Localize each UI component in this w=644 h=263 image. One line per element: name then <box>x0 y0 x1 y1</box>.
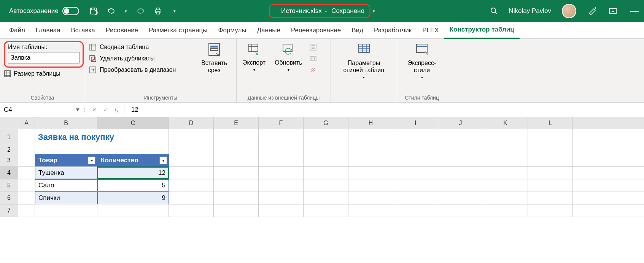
cancel-icon[interactable]: ✕ <box>92 107 97 113</box>
undo-dropdown-icon[interactable]: ▾ <box>125 9 127 14</box>
cell-H3[interactable] <box>348 154 393 166</box>
name-box-dropdown-icon[interactable]: ▾ <box>76 106 80 114</box>
col-I[interactable]: I <box>393 117 438 129</box>
cell-B5[interactable]: Сало <box>35 179 97 192</box>
cell-F5[interactable] <box>259 179 304 192</box>
open-browser-icon[interactable] <box>309 55 317 62</box>
tab-formulas[interactable]: Формулы <box>213 22 252 39</box>
col-A[interactable]: A <box>18 117 35 129</box>
resize-table-button[interactable]: Размер таблицы <box>4 70 60 78</box>
cell-H4[interactable] <box>348 167 393 179</box>
cell-L4[interactable] <box>528 167 573 179</box>
tab-home[interactable]: Главная <box>30 22 66 39</box>
cell-J5[interactable] <box>438 179 483 192</box>
row-header-5[interactable]: 5 <box>0 179 18 192</box>
clear-formatting-icon[interactable] <box>587 6 598 16</box>
cell-B6[interactable]: Спички <box>35 192 97 204</box>
cell-I3[interactable] <box>393 154 438 166</box>
cell-B4[interactable]: Тушенка <box>35 167 97 179</box>
undo-icon[interactable] <box>107 6 117 16</box>
cell-F4[interactable] <box>259 167 304 179</box>
cell-J4[interactable] <box>438 167 483 179</box>
remove-duplicates-button[interactable]: Удалить дубликаты <box>89 54 176 63</box>
cell-D3[interactable] <box>169 154 214 166</box>
cell-F3[interactable] <box>259 154 304 166</box>
cell-J1[interactable] <box>438 129 483 145</box>
filter-icon[interactable]: ▾ <box>88 157 95 164</box>
cell-E5[interactable] <box>214 179 259 192</box>
cell-A3[interactable] <box>18 154 35 166</box>
cell-A2[interactable] <box>18 145 35 154</box>
tab-insert[interactable]: Вставка <box>66 22 100 39</box>
style-options-button[interactable]: Параметрыстилей таблиц ▾ <box>341 41 387 79</box>
cell-G1[interactable] <box>304 129 348 145</box>
col-F[interactable]: F <box>259 117 304 129</box>
insert-slicer-button[interactable]: Вставитьсрез <box>199 41 229 74</box>
cell-G5[interactable] <box>304 179 348 192</box>
col-C[interactable]: C <box>97 117 169 129</box>
col-J[interactable]: J <box>438 117 483 129</box>
cell-F6[interactable] <box>259 192 304 204</box>
saved-dropdown-icon[interactable]: ▾ <box>373 9 375 14</box>
user-avatar[interactable] <box>562 4 576 18</box>
tab-layout[interactable]: Разметка страницы <box>143 22 213 39</box>
tab-plex[interactable]: PLEX <box>417 22 444 39</box>
cell-E7[interactable] <box>214 204 259 217</box>
row-header-1[interactable]: 1 <box>0 129 18 145</box>
quick-styles-dropdown-icon[interactable]: ▾ <box>421 75 423 79</box>
cell-D7[interactable] <box>169 204 214 217</box>
cell-D4[interactable] <box>169 167 214 179</box>
cell-L1[interactable] <box>528 129 573 145</box>
cell-F1[interactable] <box>259 129 304 145</box>
row-header-4[interactable]: 4 <box>0 167 18 179</box>
col-G[interactable]: G <box>304 117 348 129</box>
cell-A6[interactable] <box>18 192 35 204</box>
refresh-dropdown-icon[interactable]: ▾ <box>288 68 289 72</box>
cell-D1[interactable] <box>169 129 214 145</box>
cell-K5[interactable] <box>483 179 528 192</box>
row-header-3[interactable]: 3 <box>0 154 18 166</box>
cell-I2[interactable] <box>393 145 438 154</box>
cell-E1[interactable] <box>214 129 259 145</box>
cell-E4[interactable] <box>214 167 259 179</box>
tab-file[interactable]: Файл <box>4 22 30 39</box>
cell-I6[interactable] <box>393 192 438 204</box>
cell-J3[interactable] <box>438 154 483 166</box>
cell-I5[interactable] <box>393 179 438 192</box>
search-icon[interactable] <box>490 7 498 15</box>
row-header-7[interactable]: 7 <box>0 204 18 217</box>
tab-data[interactable]: Данные <box>252 22 286 39</box>
autosave-toggle[interactable] <box>62 7 79 15</box>
table-header-name[interactable]: Товар ▾ <box>35 154 97 166</box>
cell-K3[interactable] <box>483 154 528 166</box>
tablename-input[interactable] <box>8 52 80 63</box>
cell-H7[interactable] <box>348 204 393 217</box>
qat-customize-icon[interactable]: ▾ <box>173 9 176 14</box>
tab-table-design[interactable]: Конструктор таблиц <box>444 22 520 39</box>
cell-B1[interactable]: Заявка на покупку <box>35 129 169 145</box>
formula-input[interactable]: 12 <box>124 106 644 114</box>
cell-A7[interactable] <box>18 204 35 217</box>
cell-I4[interactable] <box>393 167 438 179</box>
cell-I7[interactable] <box>393 204 438 217</box>
pivot-button[interactable]: Сводная таблица <box>89 43 176 52</box>
unlink-icon[interactable] <box>309 66 317 74</box>
cell-L7[interactable] <box>528 204 573 217</box>
col-K[interactable]: K <box>483 117 528 129</box>
username[interactable]: Nikolay Pavlov <box>509 7 552 15</box>
filter-icon[interactable]: ▾ <box>159 157 167 164</box>
row-header-6[interactable]: 6 <box>0 192 18 204</box>
cell-D6[interactable] <box>169 192 214 204</box>
cell-L5[interactable] <box>528 179 573 192</box>
fx-icon[interactable]: fx <box>115 106 119 113</box>
cell-C4[interactable]: 12 <box>97 167 169 179</box>
style-options-dropdown-icon[interactable]: ▾ <box>363 75 365 79</box>
minimize-icon[interactable]: — <box>628 6 641 16</box>
col-D[interactable]: D <box>169 117 214 129</box>
cell-G3[interactable] <box>304 154 348 166</box>
cell-K1[interactable] <box>483 129 528 145</box>
export-button[interactable]: Экспорт ▾ <box>240 41 268 72</box>
tab-review[interactable]: Рецензирование <box>286 22 346 39</box>
cell-E6[interactable] <box>214 192 259 204</box>
cell-E3[interactable] <box>214 154 259 166</box>
